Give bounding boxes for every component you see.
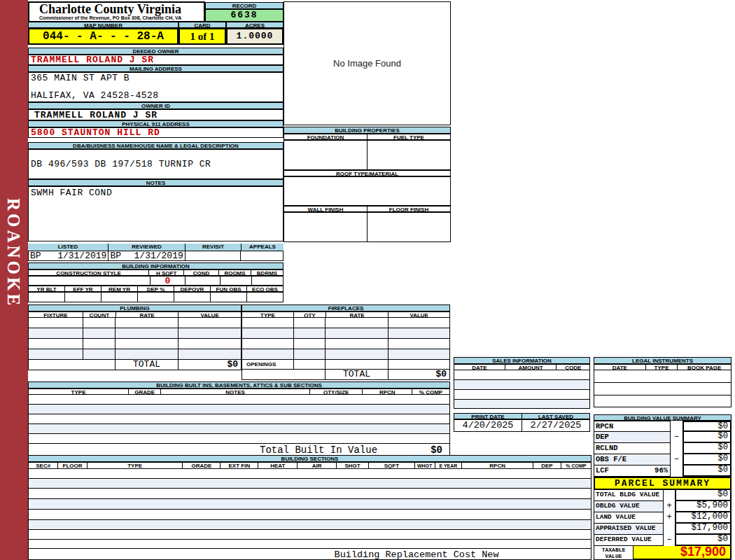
row-op: –: [664, 535, 675, 546]
table-row: [29, 434, 449, 444]
depovr-label: DEPOVR: [174, 286, 211, 292]
table-row: [29, 479, 591, 489]
rooms-label: ROOMS: [218, 270, 251, 276]
listed-date: 1/31/2019: [57, 251, 106, 260]
plumbing-table: TOTAL $0: [28, 318, 241, 370]
card-value: 1 of 1: [178, 28, 226, 45]
wall-finish-label: WALL FINISH: [284, 206, 368, 212]
parcel-summary: PARCEL SUMMARY TOTAL BLDG VALUE $0 OBLDG…: [594, 477, 732, 560]
type-label: TYPE: [241, 312, 294, 318]
type-label: TYPE: [87, 462, 183, 469]
sidebar: ROANOKE: [0, 0, 28, 560]
plumbing-headers: FIXTURE COUNT RATE VALUE: [28, 312, 241, 318]
row-value: $0: [682, 432, 732, 443]
row-op: [671, 443, 682, 454]
map-number-label: MAP NUMBER: [28, 22, 178, 28]
summary-row: RPCN $0: [594, 421, 732, 432]
legal-instruments-label: LEGAL INSTRUMENTS: [594, 357, 732, 364]
building-properties-headers-3: WALL FINISH FLOOR FINISH: [284, 206, 451, 212]
date-label: DATE: [594, 364, 646, 370]
building-information-label: BUILDING INFORMATION: [28, 262, 284, 270]
bdrms-value: [252, 276, 283, 285]
summary-row: OBS F/E – $0: [594, 454, 732, 465]
table-row: [242, 339, 449, 349]
page-title: Charlotte County Virginia: [39, 3, 204, 15]
sales-table: [454, 370, 590, 409]
heat-label: HEAT: [258, 462, 298, 469]
row-label: TOTAL BLDG VALUE: [594, 490, 664, 501]
legal-description-label: DBA/BUISNESS NAME/HOUSE NAME & LEGAL DES…: [28, 142, 284, 149]
row-op: [664, 490, 675, 501]
table-row: [29, 328, 241, 339]
row-op: –: [671, 454, 682, 465]
reviewed-label: REVIEWED: [108, 244, 186, 251]
value-label: VALUE: [178, 312, 241, 318]
mailing-address-label: MAILING ADDRESS: [28, 65, 284, 72]
fireplaces-total-value: $0: [388, 370, 449, 379]
row-label: OBLDG VALUE: [594, 501, 664, 512]
roof-type-label: ROOF TYPE/MATERIAL: [284, 170, 451, 176]
built-ins-total-label: Total Built In Value: [260, 444, 377, 456]
reviewed-date: 1/31/2019: [134, 251, 183, 260]
summary-row: TOTAL BLDG VALUE $0: [594, 490, 732, 501]
rate-label: RATE: [326, 312, 389, 318]
plumbing-label: PLUMBING: [28, 304, 241, 312]
dates-values: 4/20/2025 2/27/2025: [454, 419, 590, 432]
date-label: DATE: [454, 364, 505, 370]
print-date-value: 4/20/2025: [454, 420, 522, 431]
sales-information-label: SALES INFORMATION: [454, 357, 590, 364]
acres-value: 1.0000: [226, 28, 284, 45]
built-ins-label: BUILDING BUILT INS, BASEMENTS, ATTICS & …: [28, 382, 450, 388]
fireplaces-total-row: TOTAL $0: [242, 370, 449, 379]
fixture-label: FIXTURE: [28, 312, 83, 318]
parcel-summary-title: PARCEL SUMMARY: [594, 477, 732, 490]
acres-label: ACRES: [226, 22, 284, 28]
table-row: [29, 318, 241, 328]
table-row: [29, 489, 591, 499]
row-label: OBS F/E: [594, 454, 671, 465]
legal-description-value: DB 496/593 DB 197/518 TURNIP CR: [28, 149, 284, 179]
foundation-fuel-box: [284, 140, 451, 170]
book-page-label: BOOK PAGE: [677, 364, 732, 370]
type-label: TYPE: [28, 388, 129, 395]
taxable-value: $17,900: [634, 546, 732, 560]
notes-label: NOTES: [160, 388, 310, 395]
hsqft-value: 0: [150, 276, 186, 285]
lcf-percent: 96%: [654, 465, 668, 476]
building-sections-label: BUILDING SECTIONS: [28, 455, 592, 462]
building-properties-label: BUILDING PROPERTIES: [284, 127, 451, 134]
table-row: [29, 349, 241, 360]
row-op: +: [664, 512, 675, 524]
fuel-type-value: [368, 141, 450, 169]
construction-style-label: CONSTRUCTION STYLE: [28, 270, 149, 276]
funobs-label: FUN OBS: [210, 286, 247, 292]
appeals-label: APPEALS: [241, 244, 284, 251]
summary-row: LAND VALUE + $12,000: [594, 512, 732, 524]
plumbing-total-row: TOTAL $0: [29, 360, 241, 370]
print-date-label: PRINT DATE: [454, 413, 522, 419]
row-value: $0: [682, 421, 732, 432]
rate-label: RATE: [115, 312, 179, 318]
map-number-value: 044- - A- - - 28-A: [28, 28, 178, 45]
table-row: [454, 370, 589, 380]
code-label: CODE: [556, 364, 590, 370]
comp-label: % COMP: [561, 462, 592, 469]
row-label: DEFERRED VALUE: [594, 535, 664, 546]
footer-label: Building Replacement Cost New: [335, 550, 499, 560]
foundation-label: FOUNDATION: [284, 134, 368, 140]
record-label: RECORD: [205, 2, 284, 9]
foundation-value: [284, 141, 368, 169]
table-row: [242, 328, 449, 339]
building-value-summary-table: RPCN $0 DEP – $0 RCLND $0 OBS F/E – $0 L…: [594, 421, 732, 477]
fireplaces-openings-row: OPENINGS: [242, 360, 449, 370]
floor-finish-value: [368, 213, 450, 241]
summary-row: OBLDG VALUE + $5,900: [594, 501, 732, 512]
table-row: [242, 349, 449, 360]
notes-value: SWMH FAIR COND: [28, 186, 284, 241]
ecoobs-label: ECO OBS: [246, 286, 284, 292]
table-row: [29, 520, 591, 530]
row-value: $0: [675, 490, 732, 501]
built-ins-headers: TYPE GRADE NOTES QTY/SIZE RPCN % COMP: [28, 388, 450, 395]
row-op: +: [664, 501, 675, 512]
dep-label: DEP: [533, 462, 561, 469]
